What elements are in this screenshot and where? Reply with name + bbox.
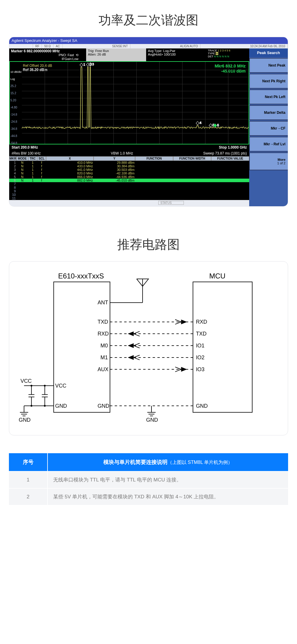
svg-text:6: 6	[217, 124, 219, 127]
connection-table: 序号 模块与单片机简要连接说明（上图以 STM8L 单片机为例） 1无线串口模块…	[9, 453, 288, 505]
pin-gnd-mcu: GND	[196, 403, 208, 409]
gnd-center-label: GND	[146, 417, 158, 423]
table-row: 11	[9, 196, 249, 200]
sa-statusbar: STATUS	[9, 200, 249, 206]
section2-title: 推荐电路图	[0, 224, 297, 261]
softkey-next-peak[interactable]: Next Peak	[249, 58, 288, 73]
softkey-mkr-reflvl[interactable]: Mkr→Ref Lvl	[249, 137, 288, 152]
col-desc: 模块与单片机简要连接说明（上图以 STM8L 单片机为例）	[48, 453, 288, 471]
table-row: 9	[9, 189, 249, 193]
table-row: 6N1f882.0 MHz-45.010 dBm	[9, 179, 249, 182]
sa-infobar: Marker 6 882.000000000 MHz PNO: Fast ⟲IF…	[9, 48, 249, 61]
table-row: 2某些 5V 单片机，可能需要在模块的 TXD 和 AUX 脚加 4～10K 上…	[9, 488, 288, 505]
pin-gnd: GND	[55, 403, 67, 409]
pin-m1: M1	[100, 355, 108, 360]
svg-marker-19	[80, 63, 83, 67]
sa-softkeys: Peak Search Next Peak Next Pk Right Next…	[249, 48, 288, 206]
sa-range-bar: Start 200.0 MHzStop 1.0000 GHz	[9, 144, 249, 150]
svg-point-50	[44, 385, 46, 387]
svg-text:1: 1	[83, 63, 86, 66]
table-row: 2N1f433.0 MHz30.384 dBm	[9, 164, 249, 168]
softkey-more[interactable]: More1 of 2	[249, 152, 288, 170]
vcc-label: VCC	[20, 378, 32, 384]
pin-m0: M0	[100, 343, 108, 349]
table-row: 4N1f820.0 MHz-42.108 dBm	[9, 171, 249, 175]
module-label: E610-xxxTxxS	[58, 272, 104, 280]
pin-gnd-r: GND	[97, 403, 109, 409]
pin-ant: ANT	[97, 300, 108, 306]
table-row: 7	[9, 182, 249, 186]
sa-bw-bar: #Res BW 100 kHzVBW 1.0 MHzSweep 73.87 ms…	[9, 150, 249, 156]
col-index: 序号	[9, 453, 48, 471]
pin-rxd: RXD	[97, 331, 109, 337]
spectrum-analyzer-screenshot: Agilent Spectrum Analyzer - Swept SA RF5…	[9, 37, 288, 207]
pin-io3: IO3	[196, 366, 205, 372]
table-row: 5N1f866.0 MHz-44.936 dBm	[9, 175, 249, 179]
mcu-label: MCU	[209, 272, 226, 280]
softkey-marker-delta[interactable]: Marker Delta	[249, 105, 288, 120]
table-row: 1N1f410.0 MHz29.888 dBm	[9, 161, 249, 164]
svg-point-49	[31, 385, 32, 387]
svg-text:3: 3	[92, 62, 94, 66]
gnd-label: GND	[19, 417, 31, 423]
softkey-mkr-cf[interactable]: Mkr→CF	[249, 121, 288, 136]
sa-table-header: MKR MODE TRC SCL X Y FUNCTION FUNCTION W…	[9, 156, 249, 161]
circuit-diagram: E610-xxxTxxS MCU ANT TXD RXD RXD TXD M0 …	[9, 261, 288, 435]
pin-vcc: VCC	[55, 383, 67, 389]
pin-io2: IO2	[196, 355, 205, 360]
table-row: 3N1f441.0 MHz30.503 dBm	[9, 168, 249, 171]
sa-menubar: RF50 ΩAC SENSE:INT ALIGN AUTO 10:24:24 A…	[9, 44, 288, 48]
pin-rxd-mcu: RXD	[196, 319, 207, 325]
sa-table: 1N1f410.0 MHz29.888 dBm2N1f433.0 MHz30.3…	[9, 161, 249, 200]
pin-aux: AUX	[97, 366, 108, 372]
svg-marker-25	[196, 121, 199, 125]
softkey-title: Peak Search	[249, 48, 288, 57]
table-row: 1无线串口模块为 TTL 电平，请与 TTL 电平的 MCU 连接。	[9, 471, 288, 488]
pin-txd: TXD	[97, 319, 108, 325]
table-row: 10	[9, 193, 249, 196]
softkey-next-pk-right[interactable]: Next Pk Right	[249, 74, 288, 89]
pin-txd-mcu: TXD	[196, 331, 207, 337]
softkey-next-pk-left[interactable]: Next Pk Left	[249, 89, 288, 104]
table-row: 8	[9, 186, 249, 189]
pin-io1: IO1	[196, 343, 205, 349]
sa-plot: Ref Offset 20.4 dBRef 35.20 dBm Mkr6 882…	[9, 61, 249, 144]
svg-text:4: 4	[200, 121, 202, 125]
svg-marker-21	[86, 63, 90, 66]
sa-titlebar: Agilent Spectrum Analyzer - Swept SA	[9, 37, 288, 44]
section1-title: 功率及二次谐波图	[0, 0, 297, 37]
svg-marker-27	[209, 124, 212, 127]
